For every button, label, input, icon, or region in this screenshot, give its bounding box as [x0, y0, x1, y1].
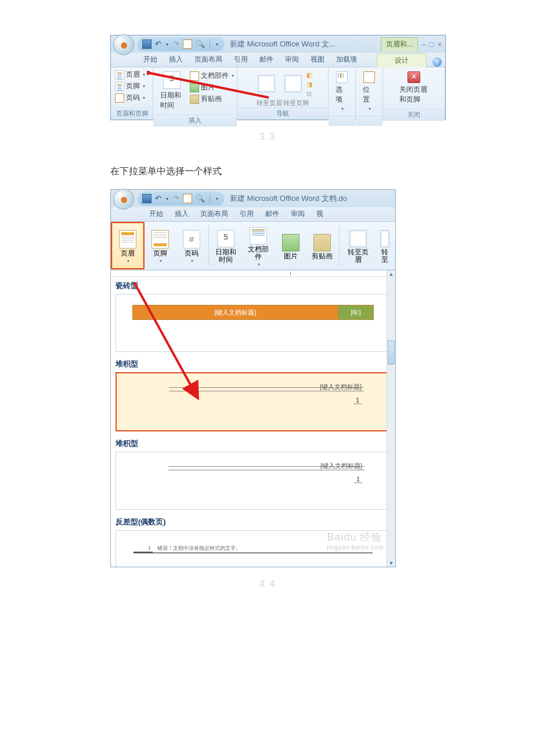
goto-header-button[interactable]: [253, 69, 280, 95]
picture-icon: [282, 234, 300, 251]
tab-mailings[interactable]: 邮件: [254, 53, 279, 67]
goto-footer-icon: [380, 230, 389, 247]
chevron-down-icon: ▾: [160, 258, 162, 264]
clipart-button[interactable]: 剪贴画: [188, 93, 236, 105]
group-label-insert: 插入: [153, 114, 237, 127]
title-bar: ⬤ ↶ ▾ ↷ 🔍 ▾ 新建 Microsoft Office Word 文档.…: [111, 190, 395, 207]
page-number-button[interactable]: 页码 ▾: [113, 92, 147, 103]
clipart-button[interactable]: 剪贴画: [306, 222, 338, 269]
new-doc-icon[interactable]: [183, 194, 192, 203]
tab-insert[interactable]: 插入: [163, 53, 189, 67]
gallery-item-tiles[interactable]: [键入文档标题] [年]: [116, 294, 391, 352]
tab-mailings[interactable]: 邮件: [259, 207, 285, 221]
new-doc-icon[interactable]: [183, 39, 192, 49]
tab-review[interactable]: 审阅: [285, 207, 311, 221]
preview-icon[interactable]: 🔍: [196, 195, 205, 203]
undo-icon[interactable]: ↶: [155, 195, 161, 203]
chevron-down-icon: ▾: [258, 262, 260, 267]
goto-footer-icon: [284, 75, 302, 92]
calendar-icon: [217, 230, 234, 247]
picture-button[interactable]: 图片: [188, 82, 236, 93]
parts-icon: [250, 227, 267, 244]
goto-footer-button[interactable]: [280, 69, 306, 95]
tab-view[interactable]: 视图: [305, 53, 330, 67]
goto-footer-label: 转至页脚: [283, 99, 309, 107]
step-3-label: 3. 3: [0, 132, 534, 142]
position-icon: [363, 71, 375, 83]
title-bar: ⬤ ↶ ▾ ↷ 🔍 ▾ 新建 Microsoft Office Word 文..…: [111, 35, 445, 53]
save-icon[interactable]: [142, 194, 151, 203]
position-button[interactable]: 位置 ▾: [358, 69, 380, 114]
save-icon[interactable]: [142, 39, 151, 49]
tab-design[interactable]: 设计: [377, 53, 427, 67]
tab-page-layout[interactable]: 页面布局: [189, 53, 228, 67]
footer-button[interactable]: 页脚 ▾: [113, 81, 147, 92]
quick-access-toolbar: ↶ ▾ ↷ 🔍 ▾: [138, 192, 224, 206]
tab-references[interactable]: 引用: [228, 53, 254, 67]
tab-review[interactable]: 审阅: [279, 53, 305, 67]
close-icon: ✕: [407, 71, 420, 83]
ribbon-design: 页眉 ▾ 页脚 ▾ # 页码 ▾ 日期和时间 文档部件 ▾: [111, 222, 395, 270]
tab-home[interactable]: 开始: [143, 207, 169, 221]
link-previous-icon[interactable]: ⊟: [306, 90, 312, 98]
qat-customize-icon[interactable]: ▾: [215, 42, 219, 47]
undo-icon[interactable]: ↶: [155, 40, 161, 48]
tab-references[interactable]: 引用: [234, 207, 259, 221]
gallery-scrollbar[interactable]: ▲ ▼: [387, 271, 395, 567]
page-number-icon: [115, 93, 124, 103]
header-button[interactable]: 页眉 ▾: [113, 69, 147, 80]
tab-home[interactable]: 开始: [138, 53, 163, 67]
tab-view-cut[interactable]: 视: [311, 207, 329, 221]
goto-header-label: 转至页眉: [257, 99, 282, 107]
gallery-item-stacks-selected[interactable]: [键入文档标题] 1: [116, 372, 391, 431]
close-header-footer-button[interactable]: ✕ 关闭页眉和页脚: [395, 69, 433, 107]
minimize-button[interactable]: –: [421, 40, 425, 49]
quick-access-toolbar: ↶ ▾ ↷ 🔍 ▾: [138, 37, 224, 51]
header-gallery-button[interactable]: 页眉 ▾: [111, 222, 145, 269]
help-icon[interactable]: ?: [432, 57, 442, 67]
close-window-button[interactable]: ×: [437, 40, 442, 49]
ribbon-design: 页眉 ▾ 页脚 ▾ 页码 ▾: [111, 67, 445, 120]
screenshot-1-word-ribbon: ⬤ ↶ ▾ ↷ 🔍 ▾ 新建 Microsoft Office Word 文..…: [110, 35, 446, 120]
qat-customize-icon[interactable]: ▾: [215, 196, 219, 201]
gallery-section-contrast-even: 反差型(偶数页): [111, 513, 395, 529]
quick-parts-button[interactable]: 文档部件 ▾: [241, 222, 275, 269]
redo-icon[interactable]: ↷: [173, 195, 179, 203]
tab-page-layout[interactable]: 页面布局: [194, 207, 234, 221]
group-label-header-footer: 页眉和页脚: [111, 107, 153, 120]
goto-footer-button-cut[interactable]: 转至: [375, 222, 395, 269]
tab-addins[interactable]: 加载项: [330, 53, 363, 67]
clipart-icon: [190, 95, 199, 104]
clipart-icon: [313, 234, 331, 251]
prev-section-icon[interactable]: ◧: [306, 71, 312, 79]
date-time-button[interactable]: 日期和时间: [210, 222, 241, 269]
options-button[interactable]: 选项 ▾: [331, 69, 353, 114]
redo-icon[interactable]: ↷: [173, 40, 179, 48]
page-number-icon: #: [183, 230, 200, 249]
page-number-button[interactable]: # 页码 ▾: [176, 222, 207, 269]
undo-dropdown-icon[interactable]: ▾: [165, 196, 169, 201]
next-section-icon[interactable]: ◨: [306, 81, 312, 88]
gallery-item-stacks-2[interactable]: [键入文档标题] 1: [116, 452, 391, 510]
maximize-button[interactable]: □: [430, 40, 434, 49]
picture-icon: [190, 83, 199, 92]
window-controls: – □ ×: [421, 40, 442, 49]
scroll-down-icon[interactable]: ▼: [387, 560, 395, 567]
quick-parts-button[interactable]: 文档部件 ▾: [188, 70, 236, 81]
qat-separator: [210, 39, 210, 49]
footer-gallery-button[interactable]: 页脚 ▾: [145, 222, 176, 269]
chevron-down-icon: ▾: [232, 73, 234, 78]
date-time-button[interactable]: 日期和时间: [156, 69, 188, 113]
goto-header-button[interactable]: 转至页眉: [341, 222, 374, 269]
scroll-thumb[interactable]: [388, 340, 395, 365]
goto-header-icon: [349, 230, 367, 247]
office-button[interactable]: ⬤: [113, 189, 134, 210]
undo-dropdown-icon[interactable]: ▾: [165, 42, 169, 47]
tab-insert[interactable]: 插入: [169, 207, 194, 221]
scroll-up-icon[interactable]: ▲: [387, 271, 395, 278]
parts-icon: [190, 71, 199, 81]
footer-icon: [151, 230, 169, 249]
office-button[interactable]: ⬤: [113, 34, 134, 55]
preview-icon[interactable]: 🔍: [196, 40, 205, 48]
picture-button[interactable]: 图片: [275, 222, 306, 269]
